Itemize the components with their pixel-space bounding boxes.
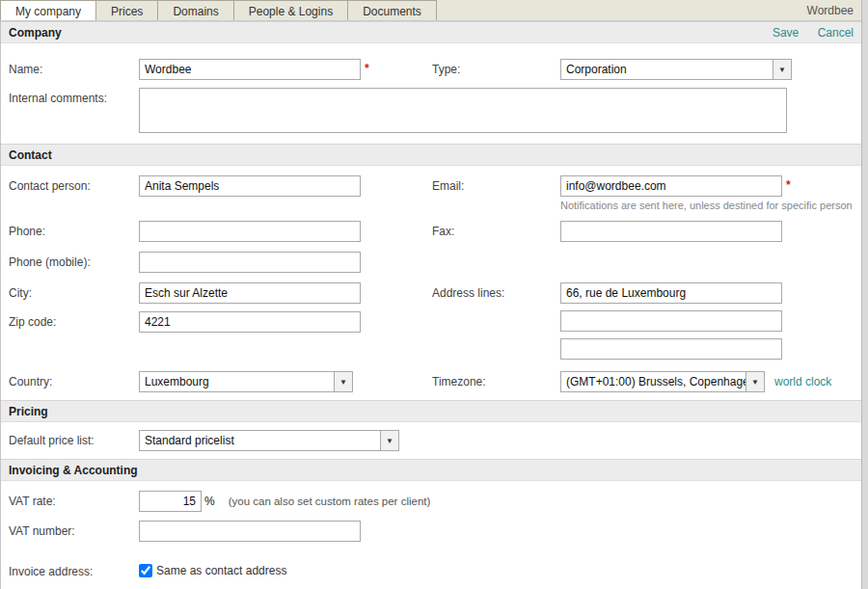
name-label: Name: bbox=[9, 59, 139, 80]
email-input[interactable] bbox=[560, 175, 782, 197]
invoice-address-row: Invoice address: Same as contact address bbox=[1, 561, 861, 578]
address-line-3-input[interactable] bbox=[560, 338, 782, 360]
timezone-selected-value: (GMT+01:00) Brussels, Copenhagen, Madri bbox=[561, 372, 746, 391]
chevron-down-icon[interactable]: ▼ bbox=[334, 372, 352, 391]
save-button[interactable]: Save bbox=[773, 26, 799, 40]
name-input[interactable] bbox=[139, 59, 361, 80]
company-section-header: Company Save Cancel bbox=[1, 21, 861, 43]
phone-mobile-row: Phone (mobile): bbox=[1, 252, 861, 273]
tab-domains[interactable]: Domains bbox=[157, 0, 233, 20]
chevron-down-icon[interactable]: ▼ bbox=[746, 372, 764, 391]
email-required-marker: * bbox=[786, 175, 791, 197]
account-name-label: Wordbee bbox=[807, 0, 861, 20]
zip-code-label: Zip code: bbox=[9, 311, 139, 333]
same-as-contact-address-checkbox[interactable] bbox=[139, 564, 152, 577]
phone-label: Phone: bbox=[9, 221, 139, 242]
default-price-list-selected-value: Standard pricelist bbox=[140, 431, 380, 450]
pricing-section-header: Pricing bbox=[1, 400, 861, 422]
world-clock-link[interactable]: world clock bbox=[774, 371, 831, 392]
tabbar-filler bbox=[437, 0, 807, 20]
city-address-block: City: Zip code: Address lines: bbox=[1, 282, 861, 360]
contact-section-header: Contact bbox=[1, 144, 861, 166]
tab-documents[interactable]: Documents bbox=[347, 0, 437, 20]
phone-input[interactable] bbox=[139, 221, 361, 242]
vat-number-label: VAT number: bbox=[9, 521, 139, 542]
chevron-down-icon[interactable]: ▼ bbox=[380, 431, 398, 450]
country-dropdown[interactable]: Luxembourg ▼ bbox=[139, 371, 353, 392]
country-selected-value: Luxembourg bbox=[140, 372, 334, 391]
tab-prices[interactable]: Prices bbox=[95, 0, 158, 20]
default-price-list-dropdown[interactable]: Standard pricelist ▼ bbox=[139, 430, 399, 451]
company-section-title: Company bbox=[9, 26, 62, 40]
contact-person-label: Contact person: bbox=[9, 175, 139, 211]
name-type-row: Name: * Type: Corporation ▼ bbox=[1, 59, 861, 80]
vat-rate-unit: % bbox=[204, 491, 215, 512]
vat-rate-note: (you can also set custom rates per clien… bbox=[229, 491, 431, 512]
address-line-2-input[interactable] bbox=[560, 310, 782, 332]
zip-code-input[interactable] bbox=[139, 311, 361, 333]
internal-comments-label: Internal comments: bbox=[9, 88, 139, 133]
tab-bar: My company Prices Domains People & Login… bbox=[1, 0, 861, 21]
default-price-list-row: Default price list: Standard pricelist ▼ bbox=[1, 430, 861, 451]
type-label: Type: bbox=[432, 59, 560, 80]
type-selected-value: Corporation bbox=[561, 60, 773, 79]
vat-number-input[interactable] bbox=[139, 521, 361, 542]
contact-section-title: Contact bbox=[9, 148, 52, 162]
internal-comments-row: Internal comments: bbox=[1, 88, 861, 133]
email-helper-note: Notifications are sent here, unless dest… bbox=[560, 200, 853, 211]
contact-person-input[interactable] bbox=[139, 175, 361, 197]
invoice-address-label: Invoice address: bbox=[9, 561, 139, 578]
invoicing-section-header: Invoicing & Accounting bbox=[1, 459, 861, 481]
company-settings-page: My company Prices Domains People & Login… bbox=[0, 0, 862, 589]
phone-mobile-label: Phone (mobile): bbox=[9, 252, 139, 273]
phone-fax-row: Phone: Fax: bbox=[1, 221, 861, 242]
address-lines-label: Address lines: bbox=[432, 282, 560, 360]
vat-rate-input[interactable] bbox=[139, 491, 202, 512]
timezone-label: Timezone: bbox=[432, 371, 560, 392]
city-input[interactable] bbox=[139, 282, 361, 304]
fax-input[interactable] bbox=[560, 221, 782, 242]
country-timezone-row: Country: Luxembourg ▼ Timezone: (GMT+01:… bbox=[1, 371, 861, 392]
vat-rate-row: VAT rate: % (you can also set custom rat… bbox=[1, 491, 861, 512]
vat-number-row: VAT number: bbox=[1, 521, 861, 542]
internal-comments-textarea[interactable] bbox=[139, 88, 787, 133]
email-label: Email: bbox=[432, 175, 560, 211]
phone-mobile-input[interactable] bbox=[139, 252, 361, 273]
fax-label: Fax: bbox=[432, 221, 560, 242]
city-label: City: bbox=[9, 282, 139, 304]
tab-my-company[interactable]: My company bbox=[0, 0, 96, 20]
pricing-section-title: Pricing bbox=[9, 405, 48, 418]
timezone-dropdown[interactable]: (GMT+01:00) Brussels, Copenhagen, Madri … bbox=[560, 371, 765, 392]
type-dropdown[interactable]: Corporation ▼ bbox=[560, 59, 792, 80]
country-label: Country: bbox=[9, 371, 139, 392]
contact-person-email-row: Contact person: Email: * Notifications a… bbox=[1, 175, 861, 211]
default-price-list-label: Default price list: bbox=[9, 430, 139, 451]
cancel-button[interactable]: Cancel bbox=[818, 26, 854, 40]
address-line-1-input[interactable] bbox=[560, 282, 782, 304]
name-required-marker: * bbox=[365, 59, 369, 80]
same-as-contact-address-label: Same as contact address bbox=[156, 564, 286, 577]
chevron-down-icon[interactable]: ▼ bbox=[773, 60, 791, 79]
bottom-spacer bbox=[1, 578, 861, 589]
vat-rate-label: VAT rate: bbox=[9, 491, 139, 512]
invoicing-section-title: Invoicing & Accounting bbox=[9, 464, 138, 477]
tab-people-logins[interactable]: People & Logins bbox=[233, 0, 348, 20]
